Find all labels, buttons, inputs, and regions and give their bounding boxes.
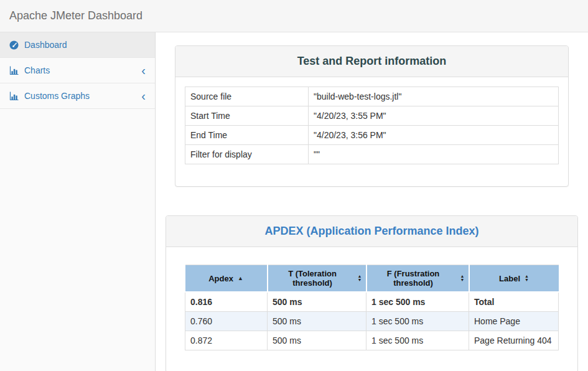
column-header-frustration[interactable]: F (Frustration threshold) ▲▼ [366,265,469,293]
bar-chart-icon [9,92,19,101]
apdex-panel: APDEX (Application Performance Index) Ap… [166,215,578,371]
column-header-apdex[interactable]: Apdex ▲ [185,265,268,293]
table-row: 0.816 500 ms 1 sec 500 ms Total [185,292,559,312]
bar-chart-icon [9,66,19,75]
apdex-value-cell: 0.760 [185,312,268,331]
toleration-cell: 500 ms [268,312,366,331]
sort-icon: ▲▼ [460,275,465,282]
sidebar-item-label: Dashboard [24,40,67,50]
table-row: 0.760 500 ms 1 sec 500 ms Home Page [185,312,559,331]
apdex-table: Apdex ▲ T (Toleration threshold) ▲▼ [185,265,559,350]
column-header-label: F (Frustration threshold) [371,269,456,288]
info-value-cell: "" [309,145,559,164]
sort-ascending-icon: ▲ [238,276,243,281]
sidebar-item-charts[interactable]: Charts ‹ [0,58,155,83]
label-cell: Page Returning 404 [469,331,559,350]
info-panel-body: Source file "build-web-test-logs.jtl" St… [175,77,568,186]
table-row: Start Time "4/20/23, 3:55 PM" [185,106,559,126]
apdex-panel-body: Apdex ▲ T (Toleration threshold) ▲▼ [166,247,577,371]
apdex-panel-title: APDEX (Application Performance Index) [264,225,478,237]
main-content: Test and Report information Source file … [156,32,588,371]
sidebar-item-customs-graphs[interactable]: Customs Graphs ‹ [0,83,155,109]
info-table: Source file "build-web-test-logs.jtl" St… [185,87,559,164]
label-cell: Home Page [469,312,559,331]
info-label-cell: End Time [185,126,309,145]
label-cell: Total [469,292,559,312]
frustration-cell: 1 sec 500 ms [366,292,469,312]
info-value-cell: "build-web-test-logs.jtl" [309,87,559,106]
sidebar-item-label: Charts [24,65,50,75]
app-header: Apache JMeter Dashboard [0,0,588,32]
chevron-left-icon: ‹ [141,92,146,100]
info-label-cell: Filter for display [185,145,309,164]
gauge-icon [9,40,19,50]
apdex-panel-heading: APDEX (Application Performance Index) [166,216,577,247]
column-header-label: Apdex [208,274,233,283]
table-header-row: Apdex ▲ T (Toleration threshold) ▲▼ [185,265,559,293]
chevron-left-icon: ‹ [141,66,146,75]
info-value-cell: "4/20/23, 3:55 PM" [309,106,559,126]
sidebar: Dashboard Charts ‹ [0,32,156,371]
info-value-cell: "4/20/23, 3:56 PM" [309,126,559,145]
frustration-cell: 1 sec 500 ms [366,312,469,331]
info-panel: Test and Report information Source file … [175,45,569,187]
sort-icon: ▲▼ [358,275,362,282]
column-header-label: T (Toleration threshold) [272,269,353,288]
page-layout: Dashboard Charts ‹ [0,32,588,371]
sort-icon: ▲▼ [525,275,529,282]
info-label-cell: Source file [185,87,309,106]
sidebar-item-dashboard[interactable]: Dashboard [0,32,155,58]
column-header-label: Label [499,274,520,283]
toleration-cell: 500 ms [268,292,366,312]
info-label-cell: Start Time [185,106,309,126]
app-title[interactable]: Apache JMeter Dashboard [9,9,142,22]
toleration-cell: 500 ms [268,331,366,350]
table-row: 0.872 500 ms 1 sec 500 ms Page Returning… [185,331,559,350]
table-row: Filter for display "" [185,145,559,164]
apdex-value-cell: 0.872 [185,331,268,350]
table-row: End Time "4/20/23, 3:56 PM" [185,126,559,145]
info-panel-heading: Test and Report information [175,46,568,77]
column-header-label-col[interactable]: Label ▲▼ [469,265,559,293]
info-panel-title: Test and Report information [297,55,447,67]
column-header-toleration[interactable]: T (Toleration threshold) ▲▼ [268,265,366,293]
table-row: Source file "build-web-test-logs.jtl" [185,87,559,106]
sidebar-item-label: Customs Graphs [24,91,90,101]
apdex-value-cell: 0.816 [185,292,268,312]
frustration-cell: 1 sec 500 ms [366,331,469,350]
